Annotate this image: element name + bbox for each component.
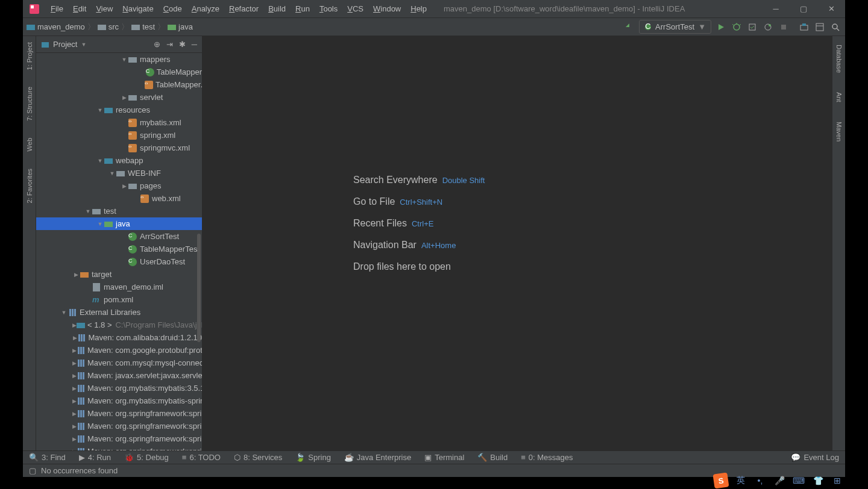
menu-refactor[interactable]: Refactor (224, 2, 263, 16)
svg-rect-29 (92, 209, 101, 214)
tree-row[interactable]: ▼webapp (36, 154, 202, 167)
settings-icon[interactable]: ✱ (179, 40, 186, 49)
ime-mic-icon[interactable]: 🎤 (773, 474, 786, 487)
tree-row[interactable]: ▶Maven: org.springframework:spring (36, 445, 202, 450)
gutter-tab[interactable]: Web (26, 135, 33, 154)
tree-row[interactable]: CArrSortTest (36, 230, 202, 243)
tree-row[interactable]: ‹›mybatis.xml (36, 116, 202, 129)
tree-row[interactable]: ‹›TableMapper.xml (36, 78, 202, 91)
run-button[interactable] (715, 21, 727, 33)
search-everywhere-button[interactable] (829, 21, 841, 33)
ime-lang-icon[interactable]: 英 (734, 474, 747, 487)
run-config-selector[interactable]: C ArrSortTest ▼ (639, 20, 711, 34)
editor-area[interactable]: Search EverywhereDouble ShiftGo to FileC… (203, 36, 832, 450)
ime-punct-icon[interactable]: •, (753, 474, 767, 487)
bottom-tab[interactable]: 🍃Spring (295, 453, 331, 462)
tree-row[interactable]: mpom.xml (36, 293, 202, 306)
menu-vcs[interactable]: VCS (342, 2, 368, 16)
tree-row[interactable]: ▶Maven: com.google.protobuf:proto (36, 344, 202, 357)
gutter-tab[interactable]: Maven (835, 119, 843, 144)
tree-row[interactable]: ▼mappers (36, 53, 202, 66)
breadcrumb-item[interactable]: maven_demo (27, 22, 85, 31)
svg-rect-30 (104, 222, 113, 227)
gutter-tab[interactable]: Database (835, 42, 843, 75)
minimize-button[interactable]: ─ (762, 0, 790, 18)
gutter-tab[interactable]: 2: Favorites (26, 166, 33, 205)
tree-row[interactable]: ‹›web.xml (36, 192, 202, 205)
menu-navigate[interactable]: Navigate (118, 2, 158, 16)
tree-row[interactable]: ▶Maven: javax.servlet:javax.servlet-a (36, 369, 202, 382)
ime-skin-icon[interactable]: 👕 (811, 474, 825, 487)
panel-title[interactable]: Project ▼ (41, 40, 86, 49)
gutter-tab[interactable]: 1: Project (26, 40, 33, 72)
tree-row[interactable]: ▶Maven: org.springframework:spring (36, 420, 202, 432)
tree-row[interactable]: ▼test (36, 205, 202, 217)
tree-row[interactable]: ▼WEB-INF (36, 167, 202, 179)
bottom-tab[interactable]: ≡6: TODO (182, 453, 221, 462)
left-tool-gutter: 1: Project7: StructureWeb2: Favorites (23, 36, 36, 450)
breadcrumb-item[interactable]: test (131, 22, 155, 31)
menu-analyze[interactable]: Analyze (187, 2, 224, 16)
ime-toolbox-icon[interactable]: ⊞ (831, 474, 844, 487)
tree-row[interactable]: maven_demo.iml (36, 281, 202, 293)
tree-row[interactable]: CUserDaoTest (36, 255, 202, 268)
bottom-tab[interactable]: ▶4: Run (79, 453, 111, 462)
menu-window[interactable]: Window (368, 2, 406, 16)
ime-keyboard-icon[interactable]: ⌨ (792, 474, 805, 487)
breadcrumb-item[interactable]: java (168, 22, 193, 31)
layout-button[interactable] (814, 21, 826, 33)
tree-row[interactable]: ▶Maven: org.springframework:spring (36, 432, 202, 445)
collapse-icon[interactable]: ⇥ (166, 40, 173, 49)
gutter-tab[interactable]: 7: Structure (26, 84, 33, 123)
profile-button[interactable] (762, 21, 774, 33)
menu-code[interactable]: Code (159, 2, 187, 16)
tree-row[interactable]: ‹›spring.xml (36, 129, 202, 142)
gutter-tab[interactable]: Ant (835, 90, 843, 105)
tree-row[interactable]: CTableMapper (36, 66, 202, 78)
project-tree[interactable]: ▼mappersCTableMapper‹›TableMapper.xml▶se… (36, 53, 202, 450)
tree-row[interactable]: ▶Maven: org.mybatis:mybatis-spring (36, 394, 202, 407)
bottom-tab[interactable]: ☕Java Enterprise (344, 453, 411, 462)
stop-button[interactable] (778, 21, 790, 33)
tree-row[interactable]: ▶Maven: com.alibaba:druid:1.2.10 (36, 331, 202, 344)
bottom-tab[interactable]: ≡0: Messages (521, 453, 573, 462)
menu-run[interactable]: Run (291, 2, 315, 16)
scrollbar[interactable] (197, 234, 201, 342)
breadcrumb-item[interactable]: src (98, 22, 119, 31)
bottom-tab[interactable]: 🐞5: Debug (124, 453, 169, 462)
menu-help[interactable]: Help (406, 2, 432, 16)
svg-text:m: m (92, 296, 99, 304)
bottom-tab[interactable]: 🔍3: Find (29, 453, 66, 462)
tree-row[interactable]: ▶< 1.8 >C:\Program Files\Java\jdk1 (36, 319, 202, 331)
tree-row[interactable]: ▼resources (36, 104, 202, 116)
menu-edit[interactable]: Edit (68, 2, 91, 16)
sogou-ime-icon[interactable]: S (712, 472, 729, 488)
menu-view[interactable]: View (91, 2, 118, 16)
status-icon: ▢ (29, 466, 36, 475)
coverage-button[interactable] (746, 21, 758, 33)
tree-row[interactable]: ▶pages (36, 179, 202, 192)
tree-row[interactable]: ▼java (36, 217, 202, 230)
tree-row[interactable]: ▶Maven: org.springframework:spring (36, 407, 202, 420)
tree-row[interactable]: ▶servlet (36, 91, 202, 104)
bottom-tab[interactable]: 🔨Build (477, 453, 508, 462)
update-button[interactable] (798, 21, 810, 33)
tree-row[interactable]: ▶Maven: com.mysql:mysql-connecto (36, 357, 202, 369)
locate-icon[interactable]: ⊕ (154, 40, 160, 49)
build-icon[interactable] (623, 21, 635, 33)
tree-row[interactable]: ▶target (36, 268, 202, 281)
menu-build[interactable]: Build (263, 2, 291, 16)
tree-row[interactable]: ‹›springmvc.xml (36, 142, 202, 154)
bottom-tab[interactable]: ▣Terminal (424, 453, 464, 462)
debug-button[interactable] (731, 21, 743, 33)
tree-row[interactable]: ▼External Libraries (36, 306, 202, 319)
menu-file[interactable]: File (46, 2, 68, 16)
close-button[interactable]: ✕ (817, 0, 845, 18)
hide-icon[interactable]: ─ (192, 40, 197, 49)
bottom-tab[interactable]: ⬡8: Services (234, 453, 282, 462)
tree-row[interactable]: ▶Maven: org.mybatis:mybatis:3.5.10 (36, 382, 202, 394)
event-log-tab[interactable]: 💬Event Log (791, 453, 839, 462)
menu-tools[interactable]: Tools (315, 2, 342, 16)
maximize-button[interactable]: ▢ (790, 0, 817, 18)
tree-row[interactable]: CTableMapperTest (36, 243, 202, 255)
